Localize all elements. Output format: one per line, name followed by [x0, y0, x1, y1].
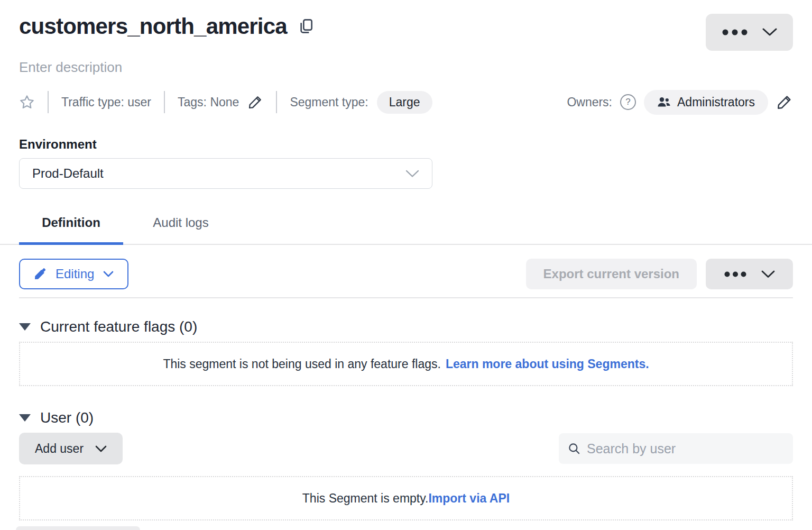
description-placeholder[interactable]: Enter description	[19, 59, 793, 76]
environment-selected-value: Prod-Default	[32, 166, 104, 181]
chevron-down-icon	[103, 271, 114, 277]
definition-toolbar: Editing Export current version	[19, 259, 793, 289]
owners-help-icon[interactable]: ?	[620, 94, 636, 110]
ellipsis-icon	[724, 271, 746, 277]
user-section-title: User (0)	[40, 409, 94, 426]
chevron-down-icon	[762, 28, 777, 36]
tags-label: Tags: None	[178, 95, 239, 109]
meta-row: Traffic type: user Tags: None Segment ty…	[19, 90, 793, 114]
environment-select[interactable]: Prod-Default	[19, 158, 432, 189]
traffic-type-label: Traffic type: user	[61, 95, 151, 109]
chevron-down-icon	[95, 445, 107, 452]
segment-detail-page: customers_north_america	[0, 0, 812, 520]
feature-flags-section-header[interactable]: Current feature flags (0)	[19, 318, 793, 335]
owners-label: Owners:	[567, 95, 612, 109]
section-divider	[19, 297, 793, 298]
owners-value: Administrators	[677, 95, 755, 109]
definition-more-menu-button[interactable]	[706, 259, 793, 289]
page-header: customers_north_america	[19, 0, 793, 51]
user-empty-state: This Segment is empty. Import via API	[19, 476, 793, 520]
favorite-star-button[interactable]	[19, 94, 35, 110]
tab-definition[interactable]: Definition	[19, 209, 123, 244]
feature-flags-empty-text: This segment is not being used in any fe…	[163, 357, 440, 371]
tab-bar: Definition Audit logs	[0, 209, 812, 245]
pencil-icon	[247, 94, 263, 110]
pencil-filled-icon	[34, 268, 47, 280]
pencil-icon	[776, 94, 793, 111]
editing-label: Editing	[56, 267, 94, 281]
edit-owners-button[interactable]	[776, 94, 793, 111]
search-icon	[567, 442, 581, 455]
edit-tags-button[interactable]	[247, 94, 263, 110]
user-section-header[interactable]: User (0)	[19, 409, 793, 426]
collapse-caret-icon	[19, 323, 31, 331]
add-user-button[interactable]: Add user	[19, 433, 123, 464]
copy-name-button[interactable]	[298, 17, 315, 36]
segment-type-badge: Large	[377, 91, 432, 114]
partial-element-bottom	[16, 526, 140, 530]
user-controls-row: Add user	[19, 433, 793, 464]
export-current-version-button[interactable]: Export current version	[526, 259, 697, 289]
star-icon	[19, 94, 35, 110]
chevron-down-icon	[761, 270, 775, 278]
collapse-caret-icon	[19, 414, 31, 422]
owners-badge: Administrators	[644, 90, 768, 115]
environment-label: Environment	[19, 137, 793, 152]
add-user-label: Add user	[35, 442, 84, 456]
header-more-menu-button[interactable]	[706, 14, 793, 51]
ellipsis-icon	[722, 29, 748, 35]
user-search-box	[559, 433, 793, 464]
editing-mode-button[interactable]: Editing	[19, 259, 128, 289]
user-empty-text: This Segment is empty.	[302, 491, 429, 506]
user-search-input[interactable]	[587, 441, 785, 456]
learn-more-segments-link[interactable]: Learn more about using Segments.	[446, 357, 649, 371]
feature-flags-empty-state: This segment is not being used in any fe…	[19, 342, 793, 386]
people-icon	[657, 96, 671, 108]
meta-separator	[164, 91, 165, 113]
copy-icon	[298, 17, 315, 36]
feature-flags-section-title: Current feature flags (0)	[40, 318, 197, 335]
segment-type-label: Segment type:	[290, 95, 368, 109]
tab-audit-logs[interactable]: Audit logs	[139, 209, 223, 244]
chevron-down-icon	[405, 170, 419, 178]
meta-separator	[48, 91, 49, 113]
import-via-api-link[interactable]: Import via API	[428, 491, 510, 506]
meta-separator	[276, 91, 277, 113]
page-title: customers_north_america	[19, 14, 287, 39]
